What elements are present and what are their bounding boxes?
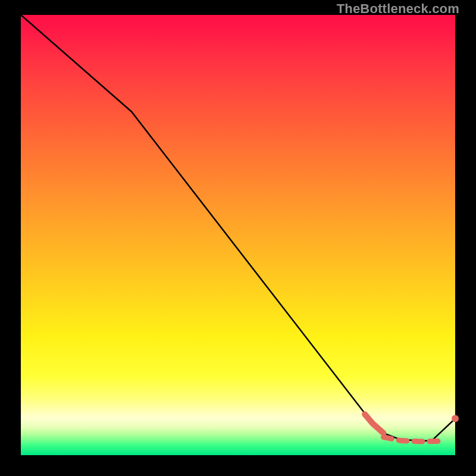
plot-area xyxy=(21,15,455,455)
chart-lines-layer xyxy=(21,15,455,455)
series-salmon-dashes xyxy=(384,437,440,441)
series-thin-black-curve xyxy=(21,15,455,441)
chart-stage: TheBottleneck.com xyxy=(0,0,476,476)
series-salmon-highlight xyxy=(365,414,383,433)
point-end-point xyxy=(452,415,459,422)
